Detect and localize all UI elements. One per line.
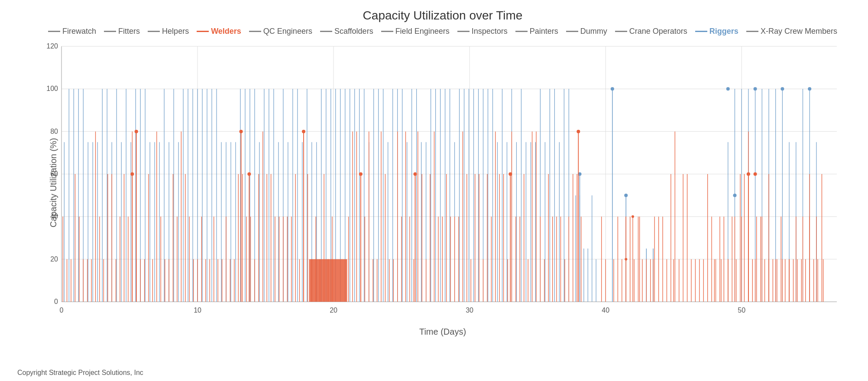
- svg-text:30: 30: [466, 307, 473, 314]
- svg-point-360: [577, 130, 580, 133]
- svg-point-358: [508, 172, 512, 176]
- chart-svg: 02040608010012001020304050: [35, 42, 851, 323]
- copyright: Copyright Strategic Project Solutions, I…: [17, 369, 143, 377]
- chart-area: Capacity Utilization (%) 020406080100120…: [35, 42, 851, 323]
- legend-item: QC Engineers: [249, 27, 312, 36]
- svg-text:50: 50: [738, 307, 745, 314]
- svg-point-154: [624, 194, 628, 197]
- legend-item: Fitters: [104, 27, 140, 36]
- svg-point-362: [747, 172, 750, 176]
- legend-item: Firewatch: [48, 27, 96, 36]
- svg-text:20: 20: [50, 255, 58, 263]
- svg-point-356: [413, 172, 417, 176]
- svg-text:40: 40: [602, 307, 609, 314]
- y-axis-label: Capacity Utilization (%): [49, 138, 58, 228]
- svg-text:20: 20: [330, 307, 337, 314]
- svg-text:80: 80: [50, 128, 58, 135]
- svg-rect-342: [309, 259, 347, 302]
- legend-item: X-Ray Crew Members: [746, 27, 837, 36]
- svg-point-344: [130, 172, 134, 176]
- legend-item: Helpers: [148, 27, 189, 36]
- svg-text:120: 120: [46, 42, 58, 50]
- svg-text:0: 0: [54, 298, 58, 305]
- legend-item: Field Engineers: [381, 27, 450, 36]
- svg-point-388: [726, 87, 730, 90]
- x-axis-label: Time (Days): [35, 327, 851, 337]
- legend-item: Painters: [515, 27, 558, 36]
- chart-container: Capacity Utilization over Time Firewatch…: [0, 0, 868, 381]
- svg-point-387: [754, 172, 757, 176]
- svg-text:10: 10: [194, 307, 201, 314]
- chart-title: Capacity Utilization over Time: [35, 9, 851, 23]
- legend-item: Riggers: [695, 27, 738, 36]
- svg-point-390: [781, 87, 784, 90]
- svg-point-385: [625, 258, 627, 261]
- legend-item: Dummy: [566, 27, 607, 36]
- svg-point-352: [302, 130, 305, 133]
- legend-item: Inspectors: [457, 27, 508, 36]
- svg-point-392: [733, 194, 736, 197]
- svg-text:100: 100: [46, 85, 58, 92]
- svg-point-386: [632, 215, 634, 218]
- svg-point-153: [611, 87, 614, 90]
- svg-text:0: 0: [60, 307, 64, 314]
- svg-point-348: [240, 130, 243, 133]
- svg-point-346: [135, 130, 138, 133]
- legend: FirewatchFittersHelpersWeldersQC Enginee…: [35, 27, 851, 36]
- svg-point-354: [359, 172, 363, 176]
- legend-item: Scaffolders: [320, 27, 373, 36]
- svg-point-389: [754, 87, 757, 90]
- svg-point-350: [247, 172, 251, 176]
- legend-item: Crane Operators: [615, 27, 687, 36]
- svg-point-391: [808, 87, 811, 90]
- legend-item: Welders: [197, 27, 241, 36]
